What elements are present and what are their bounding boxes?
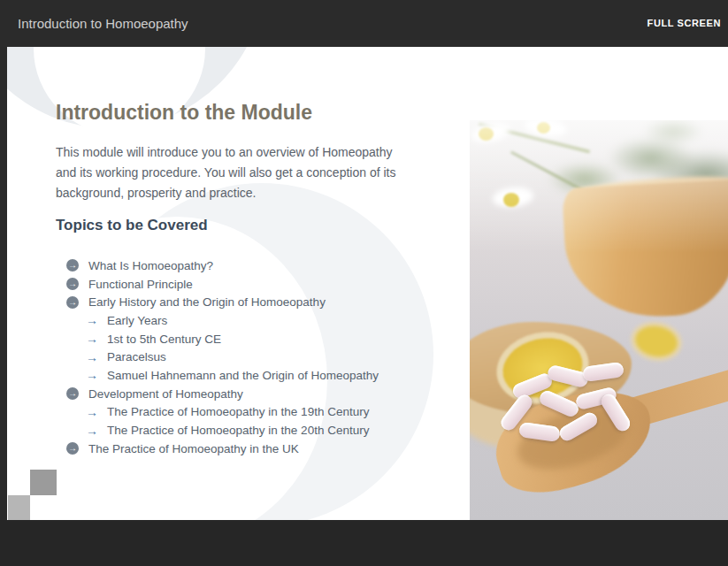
course-player: Introduction to Homoeopathy FULL SCREEN … bbox=[0, 0, 728, 566]
circle-arrow-icon: → bbox=[66, 278, 79, 290]
course-title: Introduction to Homoeopathy bbox=[18, 0, 188, 47]
topic-item: → → The Practice of Homoeopathy in the 1… bbox=[86, 403, 456, 422]
circle-arrow-icon: → bbox=[66, 442, 79, 455]
topic-item: → → The Practice of Homoeopathy in the 2… bbox=[86, 421, 456, 440]
topic-item: → → Paracelsus bbox=[86, 348, 456, 366]
topic-label: Functional Principle bbox=[88, 278, 193, 291]
photo-ginger-cut-face bbox=[628, 317, 686, 364]
topics-list: → → What Is Homoeopathy? → → Functional … bbox=[66, 256, 456, 458]
player-bar bbox=[0, 520, 728, 566]
header-bar: Introduction to Homoeopathy FULL SCREEN bbox=[0, 0, 728, 47]
decor-square bbox=[8, 495, 30, 520]
decor-square bbox=[30, 470, 57, 495]
slide-intro-text: This module will introduce you to an ove… bbox=[56, 142, 408, 203]
topic-label: Early Years bbox=[107, 314, 167, 327]
fullscreen-button[interactable]: FULL SCREEN bbox=[648, 0, 721, 47]
arrow-icon: → bbox=[86, 350, 99, 364]
topic-label: Samuel Hahnemann and the Origin of Homeo… bbox=[107, 369, 379, 382]
photo-haze bbox=[470, 120, 728, 253]
arrow-icon: → bbox=[86, 424, 99, 438]
topic-item: → → Early Years bbox=[86, 311, 456, 330]
topic-label: 1st to 5th Century CE bbox=[107, 333, 221, 346]
topic-item: → → Samuel Hahnemann and the Origin of H… bbox=[86, 366, 456, 385]
topic-label: Early History and the Origin of Homoeopa… bbox=[88, 295, 326, 309]
topic-label: The Practice of Homoeopathy in the UK bbox=[88, 442, 299, 455]
topic-item: → → Early History and the Origin of Homo… bbox=[66, 293, 456, 311]
topics-heading: Topics to be Covered bbox=[56, 217, 208, 234]
topic-label: The Practice of Homoeopathy in the 19th … bbox=[107, 405, 369, 418]
topic-label: The Practice of Homoeopathy in the 20th … bbox=[107, 424, 369, 437]
arrow-icon: → bbox=[86, 332, 99, 346]
arrow-icon: → bbox=[86, 405, 99, 419]
topic-item: → → Development of Homeopathy bbox=[66, 385, 456, 403]
topic-item: → → What Is Homoeopathy? bbox=[66, 256, 456, 275]
topic-item: → → The Practice of Homoeopathy in the U… bbox=[66, 440, 456, 458]
topic-item: → → 1st to 5th Century CE bbox=[86, 330, 456, 348]
topic-item: → → Functional Principle bbox=[66, 275, 456, 294]
topic-label: Development of Homeopathy bbox=[88, 387, 243, 401]
topic-label: Paracelsus bbox=[107, 350, 166, 363]
arrow-icon: → bbox=[86, 368, 99, 382]
slide-photo bbox=[470, 120, 728, 520]
circle-arrow-icon: → bbox=[66, 387, 79, 400]
circle-arrow-icon: → bbox=[66, 296, 79, 309]
slide-title: Introduction to the Module bbox=[56, 101, 312, 125]
slide-area: Introduction to the Module This module w… bbox=[7, 47, 728, 520]
arrow-icon: → bbox=[86, 313, 99, 327]
circle-arrow-icon: → bbox=[66, 259, 79, 272]
topic-label: What Is Homoeopathy? bbox=[88, 259, 213, 272]
